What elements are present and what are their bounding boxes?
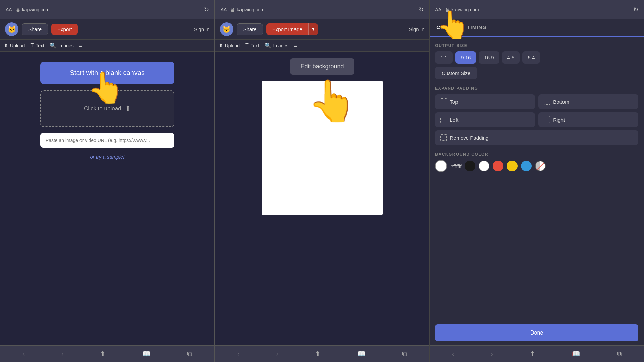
url-bar-left: kapwing.com xyxy=(16,7,50,12)
settings-body: OUTPUT SIZE 1:1 9:16 16:9 4:5 5:4 Custom… xyxy=(430,37,644,320)
toolbar-images-left[interactable]: 🔍 Images xyxy=(50,42,74,49)
forward-icon-mid[interactable]: › xyxy=(276,350,279,358)
forward-icon-left[interactable]: › xyxy=(61,350,64,358)
upload-icon-mid: ⬆ xyxy=(219,42,223,49)
app-header-mid: 🐱 Share Export Image ▾ Sign In xyxy=(215,19,429,40)
back-icon-right[interactable]: ‹ xyxy=(452,350,454,358)
share-nav-icon-left[interactable]: ⬆ xyxy=(100,350,106,358)
back-icon-left[interactable]: ‹ xyxy=(22,350,25,358)
padding-bottom-button[interactable]: Bottom xyxy=(538,94,638,109)
share-nav-icon-mid[interactable]: ⬆ xyxy=(315,350,321,358)
custom-size-button[interactable]: Custom Size xyxy=(435,67,477,79)
padding-right-button[interactable]: Right xyxy=(538,112,638,127)
toolbar-text-left[interactable]: T Text xyxy=(30,43,44,49)
canvas-container: 👆 xyxy=(262,81,383,215)
toolbar-more-left[interactable]: ≡ xyxy=(79,43,82,48)
book-icon-mid[interactable]: 📖 xyxy=(357,350,366,358)
color-swatch-blue[interactable] xyxy=(521,161,532,171)
tab-timing[interactable]: TIMING xyxy=(460,19,493,36)
refresh-icon-mid[interactable]: ↻ xyxy=(419,6,424,13)
url-text-right: kapwing.com xyxy=(451,7,479,12)
remove-padding-button[interactable]: Remove Padding xyxy=(435,130,638,145)
url-text-left: kapwing.com xyxy=(22,7,50,12)
color-swatch-none[interactable] xyxy=(535,161,546,171)
size-btn-16-9[interactable]: 16:9 xyxy=(479,51,499,64)
images-label-mid: Images xyxy=(273,43,289,48)
export-caret-button-mid[interactable]: ▾ xyxy=(308,23,318,35)
copy-icon-right[interactable]: ⧉ xyxy=(617,350,622,358)
padding-buttons: Top Bottom Left Right xyxy=(435,94,638,127)
settings-tabs: CAN... 👆 TIMING xyxy=(430,19,644,37)
more-icon-mid: ≡ xyxy=(294,43,297,48)
browser-bar-right: AA kapwing.com ↻ xyxy=(430,0,644,19)
book-icon-left[interactable]: 📖 xyxy=(142,350,151,358)
copy-icon-mid[interactable]: ⧉ xyxy=(402,350,407,358)
refresh-icon-right[interactable]: ↻ xyxy=(633,6,638,13)
browser-bar-mid: AA kapwing.com ↻ xyxy=(215,0,429,19)
url-input[interactable] xyxy=(40,133,174,148)
padding-left-button[interactable]: Left xyxy=(435,112,535,127)
toolbar-text-mid[interactable]: T Text xyxy=(245,43,259,49)
sample-link[interactable]: or try a sample! xyxy=(90,154,124,160)
size-btn-9-16[interactable]: 9:16 xyxy=(455,51,476,64)
remove-padding-label: Remove Padding xyxy=(450,135,488,141)
size-btn-5-4[interactable]: 5:4 xyxy=(522,51,540,64)
toolbar-upload-mid[interactable]: ⬆ Upload xyxy=(219,42,240,49)
book-icon-right[interactable]: 📖 xyxy=(572,350,580,358)
toolbar-more-mid[interactable]: ≡ xyxy=(294,43,297,48)
text-label-left: Text xyxy=(36,43,44,48)
dashed-top-icon xyxy=(440,98,447,105)
current-color-swatch[interactable] xyxy=(435,160,447,172)
padding-top-button[interactable]: Top xyxy=(435,94,535,109)
signin-mid[interactable]: Sign In xyxy=(409,26,425,32)
more-icon-left: ≡ xyxy=(79,43,82,48)
edit-background-button[interactable]: Edit background xyxy=(290,58,354,75)
upload-zone-icon: ⬆ xyxy=(125,104,131,113)
blank-canvas-button[interactable]: Start with a blank canvas xyxy=(40,62,174,84)
size-buttons: 1:1 9:16 16:9 4:5 5:4 xyxy=(435,51,638,64)
done-button[interactable]: Done xyxy=(435,324,638,341)
lock-icon-mid xyxy=(231,7,235,12)
export-image-button-mid[interactable]: Export Image xyxy=(266,23,308,35)
share-button-mid[interactable]: Share xyxy=(237,23,263,35)
aa-label-left: AA xyxy=(6,7,12,12)
color-swatch-white[interactable] xyxy=(479,161,489,171)
copy-icon-left[interactable]: ⧉ xyxy=(187,350,192,358)
back-icon-mid[interactable]: ‹ xyxy=(237,350,240,358)
url-bar-right: kapwing.com xyxy=(445,7,479,12)
upload-zone[interactable]: Click to upload ⬆ xyxy=(40,90,174,127)
refresh-icon-left[interactable]: ↻ xyxy=(204,6,209,13)
avatar-mid: 🐱 xyxy=(220,22,233,36)
tab-canvas[interactable]: CAN... 👆 xyxy=(430,19,460,37)
svg-rect-1 xyxy=(231,9,234,12)
size-btn-4-5[interactable]: 4:5 xyxy=(502,51,520,64)
signin-left[interactable]: Sign In xyxy=(194,26,210,32)
share-button-left[interactable]: Share xyxy=(22,23,48,35)
share-nav-icon-right[interactable]: ⬆ xyxy=(530,350,535,358)
browser-bar-left: AA kapwing.com ↻ xyxy=(0,0,214,19)
text-label-mid: Text xyxy=(251,43,259,48)
upload-label-mid: Upload xyxy=(225,43,240,48)
padding-left-label: Left xyxy=(450,117,458,123)
avatar-left: 🐱 xyxy=(5,22,18,36)
color-swatch-red[interactable] xyxy=(493,161,503,171)
size-btn-1-1[interactable]: 1:1 xyxy=(435,51,453,64)
export-button-left[interactable]: Export xyxy=(51,24,78,35)
canvas-area[interactable] xyxy=(262,81,383,215)
color-swatch-yellow[interactable] xyxy=(507,161,518,171)
panel-middle: AA kapwing.com ↻ 🐱 Share Export Image ▾ … xyxy=(215,0,430,362)
url-bar-mid: kapwing.com xyxy=(231,7,264,12)
toolbar-images-mid[interactable]: 🔍 Images xyxy=(265,42,289,49)
forward-icon-right[interactable]: › xyxy=(491,350,493,358)
padding-top-label: Top xyxy=(450,99,458,105)
color-row: #ffffff xyxy=(435,160,638,172)
color-swatch-black[interactable] xyxy=(465,161,475,171)
expand-padding-section: EXPAND PADDING Top Bottom Left Right xyxy=(435,86,638,145)
dashed-remove-icon xyxy=(440,134,447,141)
output-size-label: OUTPUT SIZE xyxy=(435,43,638,48)
toolbar-upload-left[interactable]: ⬆ Upload xyxy=(4,42,25,49)
tab-timing-label: TIMING xyxy=(467,24,487,30)
bottom-nav-mid: ‹ › ⬆ 📖 ⧉ xyxy=(215,345,429,362)
svg-rect-2 xyxy=(446,9,449,12)
images-icon-left: 🔍 xyxy=(50,42,56,49)
